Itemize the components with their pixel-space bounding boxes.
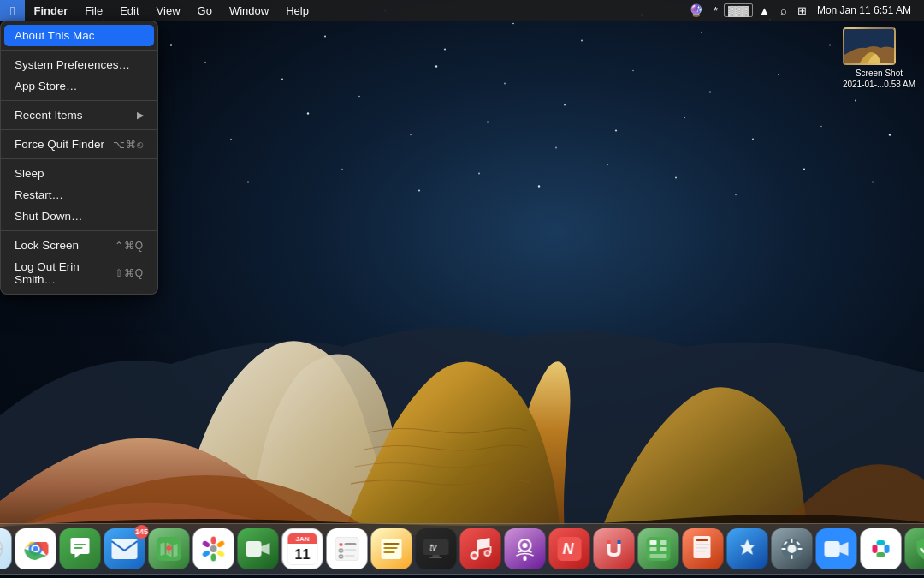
svg-point-33	[684, 117, 685, 119]
screenshot-label: Screen Shot2021-01-...0.58 AM	[843, 68, 915, 90]
svg-rect-119	[696, 551, 707, 552]
svg-rect-95	[430, 557, 442, 558]
sleep-label: Sleep	[15, 167, 44, 180]
svg-point-17	[358, 96, 360, 98]
dock-numbers[interactable]	[638, 528, 679, 569]
svg-point-44	[607, 164, 608, 166]
battery-icon[interactable]: ▓▓▓	[724, 3, 753, 17]
help-menu[interactable]: Help	[277, 0, 317, 21]
dock-adguard[interactable]	[905, 528, 925, 569]
force-quit-shortcut: ⌥⌘⎋	[113, 139, 144, 151]
svg-point-16	[281, 79, 283, 80]
dock-reminders[interactable]	[327, 528, 368, 569]
svg-marker-129	[840, 542, 849, 556]
recent-items-item[interactable]: Recent Items ▶	[1, 104, 157, 126]
svg-rect-83	[345, 543, 357, 545]
dock-calendar[interactable]: JAN 11	[282, 528, 323, 569]
about-this-mac-item[interactable]: About This Mac	[4, 25, 154, 46]
svg-rect-87	[345, 555, 355, 557]
apple-dropdown-menu: About This Mac System Preferences… App S…	[0, 21, 158, 295]
control-center-icon[interactable]: ⊞	[793, 4, 811, 17]
apple-menu-button[interactable]: 	[0, 0, 25, 21]
dock-photos[interactable]	[193, 528, 234, 569]
menu-divider-5	[1, 230, 157, 231]
svg-point-15	[204, 62, 205, 63]
menu-divider-2	[1, 100, 157, 101]
svg-point-82	[340, 543, 343, 546]
dock-messages[interactable]	[60, 528, 101, 569]
svg-point-27	[230, 139, 232, 140]
siri-icon[interactable]: 🔮	[684, 3, 708, 17]
bluetooth-icon[interactable]: *	[709, 4, 722, 17]
svg-point-36	[889, 134, 891, 135]
dock-facetime[interactable]	[238, 528, 279, 569]
force-quit-label: Force Quit Finder	[15, 138, 104, 151]
recent-items-arrow: ▶	[137, 110, 144, 121]
svg-point-66	[33, 546, 38, 551]
svg-rect-98	[477, 549, 479, 556]
menu-divider-1	[1, 50, 157, 51]
shut-down-item[interactable]: Shut Down…	[1, 206, 157, 227]
dock-slack[interactable]	[861, 528, 902, 569]
svg-point-7	[512, 23, 514, 25]
window-menu[interactable]: Window	[221, 0, 277, 21]
sleep-item[interactable]: Sleep	[1, 163, 157, 184]
restart-item[interactable]: Restart…	[1, 184, 157, 206]
app-store-item[interactable]: App Store…	[1, 75, 157, 97]
svg-rect-67	[74, 544, 86, 545]
edit-menu[interactable]: Edit	[111, 0, 147, 21]
finder-menu[interactable]: Finder	[25, 0, 76, 21]
svg-rect-114	[650, 554, 667, 558]
wifi-icon[interactable]: ▲	[755, 4, 774, 17]
dock-magnet[interactable]	[594, 528, 635, 569]
log-out-item[interactable]: Log Out Erin Smith… ⇧⌘Q	[1, 256, 157, 290]
svg-text:tv: tv	[430, 543, 438, 552]
dock-maps[interactable]	[149, 528, 190, 569]
file-menu[interactable]: File	[76, 0, 111, 21]
svg-rect-130	[873, 545, 878, 553]
search-icon[interactable]: ⌕	[776, 4, 791, 17]
svg-point-72	[210, 545, 217, 552]
dock-notes[interactable]	[371, 528, 412, 569]
svg-rect-125	[798, 548, 803, 550]
dock: 145 JAN 11	[0, 523, 924, 575]
screenshot-preview	[843, 27, 896, 65]
dock-appstore[interactable]	[727, 528, 768, 569]
svg-rect-108	[618, 540, 621, 544]
svg-point-75	[216, 550, 226, 558]
svg-rect-79	[246, 541, 262, 557]
menubar-left:  Finder File Edit View Go Window Help	[0, 0, 684, 21]
svg-point-23	[778, 74, 779, 76]
go-menu[interactable]: Go	[189, 0, 221, 21]
system-preferences-item[interactable]: System Preferences…	[1, 54, 157, 75]
dock-pages[interactable]	[683, 528, 724, 569]
dock-podcasts[interactable]	[505, 528, 546, 569]
svg-point-47	[803, 168, 805, 170]
screenshot-thumbnail[interactable]: Screen Shot2021-01-...0.58 AM	[843, 27, 915, 90]
dock-system-preferences[interactable]	[772, 528, 813, 569]
dock-zoom[interactable]	[816, 528, 857, 569]
svg-point-100	[486, 551, 489, 555]
svg-point-31	[555, 147, 557, 149]
dock-news[interactable]: N	[549, 528, 590, 569]
svg-point-20	[564, 104, 566, 106]
svg-point-78	[202, 540, 211, 549]
svg-point-30	[487, 122, 489, 123]
svg-point-42	[478, 173, 480, 175]
dock-chrome[interactable]	[15, 528, 56, 569]
lock-screen-shortcut: ⌃⌘Q	[115, 240, 144, 252]
view-menu[interactable]: View	[148, 0, 189, 21]
clock: Mon Jan 11 6:51 AM	[813, 4, 915, 16]
system-preferences-label: System Preferences…	[15, 58, 130, 71]
svg-rect-133	[877, 552, 886, 557]
svg-point-71	[167, 545, 172, 551]
dock-mail[interactable]: 145	[104, 528, 145, 569]
dock-appletv[interactable]: tv	[416, 528, 457, 569]
svg-marker-80	[262, 543, 270, 555]
svg-point-103	[523, 543, 528, 548]
svg-point-18	[435, 65, 437, 67]
force-quit-item[interactable]: Force Quit Finder ⌥⌘⎋	[1, 134, 157, 155]
dock-safari[interactable]	[0, 528, 12, 569]
dock-music[interactable]	[460, 528, 501, 569]
lock-screen-item[interactable]: Lock Screen ⌃⌘Q	[1, 235, 157, 256]
